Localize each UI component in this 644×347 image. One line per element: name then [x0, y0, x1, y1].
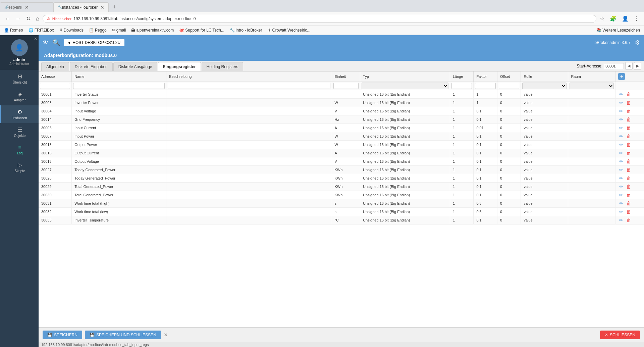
edit-row-button[interactable]: ✏ — [618, 142, 624, 148]
cell-typ: Unsigned 16 bit (Big Endian) — [360, 115, 450, 124]
start-addr-prev-button[interactable]: ◀ — [625, 62, 633, 70]
bookmark-downloads[interactable]: ⬇Downloads — [58, 27, 85, 33]
home-button[interactable]: ⌂ — [34, 14, 41, 23]
bookmark-growatt[interactable]: ☀Growatt Wechselric... — [266, 27, 312, 33]
host-button[interactable]: ● HOST DESKTOP-CS1L2U — [64, 39, 124, 46]
tab-esp-link[interactable]: 🔗 esp-link ✕ — [0, 2, 54, 12]
edit-row-button[interactable]: ✏ — [618, 217, 624, 223]
bookmark-peggo-icon: 📋 — [89, 28, 94, 33]
add-row-button[interactable]: + — [618, 73, 625, 80]
delete-row-button[interactable]: 🗑 — [625, 150, 632, 156]
delete-row-button[interactable]: 🗑 — [625, 217, 632, 223]
delete-row-button[interactable]: 🗑 — [625, 200, 632, 206]
filter-offset[interactable] — [499, 83, 519, 89]
profile-button[interactable]: 👤 — [620, 14, 631, 23]
sidebar-item-label-instanzen: Instanzen — [12, 116, 27, 120]
tab-esp-link-close[interactable]: ✕ — [25, 5, 29, 10]
filter-rolle[interactable] — [522, 83, 567, 89]
delete-row-button[interactable]: 🗑 — [625, 125, 632, 131]
bookmark-alpenverein[interactable]: 🏔alpenvereinaktiv.com — [130, 27, 175, 33]
tab-allgemein[interactable]: Allgemein — [41, 62, 69, 71]
address-bar[interactable]: ⚠ Nicht sicher 192.168.10.99:8081/#tab-i… — [43, 15, 596, 23]
bookmark-more[interactable]: 📚 Weitere Lesezeichen — [595, 27, 641, 33]
sidebar-item-instanzen[interactable]: ⚙ Instanzen — [0, 105, 39, 123]
sidebar-item-skripte[interactable]: ▷ Skripte — [0, 158, 39, 176]
extensions-button[interactable]: 🧩 — [608, 14, 619, 23]
bookmark-gmail[interactable]: ✉gmail — [111, 27, 127, 33]
bookmark-lc-tech[interactable]: 🐙Support for LC Tech... — [178, 27, 226, 33]
filter-typ[interactable] — [362, 83, 448, 89]
bookmark-peggo[interactable]: 📋Peggo — [88, 27, 108, 33]
start-addr-input[interactable] — [604, 63, 624, 69]
tab-diskrete-eingaben[interactable]: Diskrete Eingaben — [70, 62, 113, 71]
filter-name[interactable] — [73, 83, 165, 89]
delete-row-button[interactable]: 🗑 — [625, 100, 632, 106]
delete-row-button[interactable]: 🗑 — [625, 158, 632, 164]
bookmark-romeo[interactable]: 👤Romeo — [3, 27, 24, 33]
filter-faktor[interactable] — [475, 83, 495, 89]
new-tab-button[interactable]: + — [110, 2, 119, 12]
delete-row-button[interactable]: 🗑 — [625, 142, 632, 148]
delete-row-button[interactable]: 🗑 — [625, 167, 632, 173]
filter-beschreibung[interactable] — [168, 83, 330, 89]
start-addr-next-button[interactable]: ▶ — [634, 62, 641, 70]
edit-row-button[interactable]: ✏ — [618, 200, 624, 206]
edit-row-button[interactable]: ✏ — [618, 116, 624, 122]
sidebar-item-objekte[interactable]: ☰ Objekte — [0, 123, 39, 141]
tab-diskrete-ausgange[interactable]: Diskrete Ausgänge — [113, 62, 157, 71]
bookmark-iobroker-intro[interactable]: 🔧intro - ioBroker — [228, 27, 264, 33]
tab-iobroker[interactable]: 🔧 instances - ioBroker ✕ — [54, 2, 109, 12]
delete-row-button[interactable]: 🗑 — [625, 108, 632, 114]
edit-row-button[interactable]: ✏ — [618, 209, 624, 215]
cell-addr: 30007 — [39, 132, 72, 141]
cell-actions: ✏ 🗑 — [615, 124, 644, 132]
delete-row-button[interactable]: 🗑 — [625, 192, 632, 198]
edit-row-button[interactable]: ✏ — [618, 133, 624, 139]
edit-row-button[interactable]: ✏ — [618, 167, 624, 173]
edit-row-button[interactable]: ✏ — [618, 192, 624, 198]
cancel-button[interactable]: ✕ — [164, 332, 168, 338]
search-icon[interactable]: 🔍 — [53, 39, 60, 46]
edit-row-button[interactable]: ✏ — [618, 184, 624, 190]
sidebar-item-ubersicht[interactable]: ⊞ Übersicht — [0, 70, 39, 88]
sidebar-close-button[interactable]: ✕ — [34, 37, 37, 41]
cell-laenge: 1 — [450, 132, 473, 141]
edit-row-button[interactable]: ✏ — [618, 158, 624, 164]
topbar-settings-icon[interactable]: ⚙ — [635, 39, 640, 46]
bookmark-fritzbox[interactable]: 🌐FRITZIBox — [27, 27, 55, 33]
filter-laenge[interactable] — [451, 83, 472, 89]
cell-rolle: value — [521, 199, 568, 208]
delete-row-button[interactable]: 🗑 — [625, 209, 632, 215]
tab-iobroker-close[interactable]: ✕ — [100, 5, 104, 10]
edit-row-button[interactable]: ✏ — [618, 175, 624, 181]
tab-eingangsregister[interactable]: Eingangsregister — [158, 62, 201, 71]
close-button[interactable]: ✕ SCHLIESSEN — [600, 331, 640, 339]
eye-icon[interactable]: 👁 — [43, 39, 49, 46]
filter-raum[interactable] — [570, 83, 614, 89]
sidebar-item-log[interactable]: ≡ Log — [0, 141, 39, 158]
delete-row-button[interactable]: 🗑 — [625, 91, 632, 97]
save-close-button[interactable]: 💾 SPEICHERN UND SCHLIESSEN — [85, 331, 161, 339]
edit-row-button[interactable]: ✏ — [618, 150, 624, 156]
edit-row-button[interactable]: ✏ — [618, 125, 624, 131]
refresh-button[interactable]: ↻ — [24, 14, 33, 23]
delete-row-button[interactable]: 🗑 — [625, 133, 632, 139]
filter-einheit[interactable] — [333, 83, 359, 89]
edit-row-button[interactable]: ✏ — [618, 100, 624, 106]
cell-addr: 30032 — [39, 208, 72, 216]
col-header-adresse: Adresse — [39, 71, 72, 82]
delete-row-button[interactable]: 🗑 — [625, 184, 632, 190]
tab-iobroker-favicon: 🔧 — [58, 5, 62, 9]
delete-row-button[interactable]: 🗑 — [625, 175, 632, 181]
delete-row-button[interactable]: 🗑 — [625, 116, 632, 122]
back-button[interactable]: ← — [3, 14, 12, 23]
sidebar-item-adapter[interactable]: ◈ Adapter — [0, 88, 39, 105]
filter-adresse[interactable] — [40, 83, 70, 89]
forward-button[interactable]: → — [13, 14, 23, 23]
edit-row-button[interactable]: ✏ — [618, 108, 624, 114]
save-button[interactable]: 💾 SPEICHERN — [43, 331, 82, 339]
menu-button[interactable]: ⋮ — [632, 14, 641, 23]
tab-holding-registers[interactable]: Holding Registers — [202, 62, 244, 71]
bookmark-button[interactable]: ☆ — [598, 14, 606, 23]
edit-row-button[interactable]: ✏ — [618, 91, 624, 97]
